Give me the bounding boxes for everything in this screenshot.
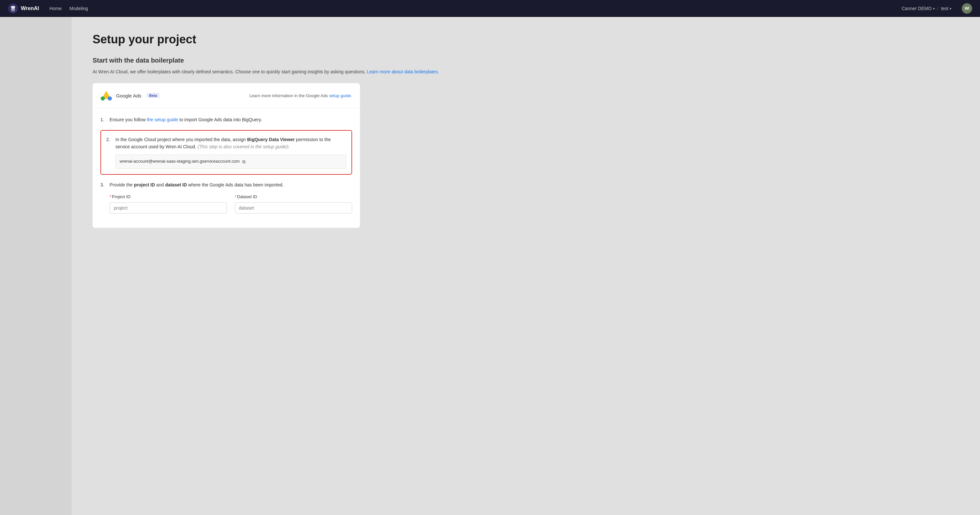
- card-header-right: Learn more information in the Google Ads…: [250, 93, 352, 98]
- step3-text2: and: [156, 182, 164, 188]
- step-2-highlighted: 2. In the Google Cloud project where you…: [100, 130, 352, 175]
- project-id-field: * Project ID: [110, 194, 227, 213]
- svg-point-3: [101, 97, 105, 101]
- step2-bold: BigQuery Data Viewer: [247, 137, 295, 142]
- step3-content: Provide the project ID and dataset ID wh…: [110, 181, 352, 213]
- nav-link-modeling[interactable]: Modeling: [70, 6, 88, 11]
- section-desc: At Wren AI Cloud, we offer boilerplates …: [92, 68, 959, 75]
- card-header-left: Google Ads Beta: [100, 90, 159, 102]
- dataset-id-label-text: Dataset ID: [237, 194, 257, 200]
- header-info-text: Learn more information in the Google Ads: [250, 93, 328, 98]
- dataset-id-required-star: *: [235, 194, 236, 200]
- project-id-label-text: Project ID: [112, 194, 130, 200]
- google-ads-logo-icon: [100, 90, 112, 102]
- user-avatar[interactable]: WI: [962, 3, 972, 14]
- step2-colon: :: [288, 144, 290, 149]
- brand-name: WrenAI: [21, 6, 39, 11]
- section-title: Start with the data boilerplate: [92, 57, 959, 64]
- copy-icon[interactable]: ⧉: [242, 158, 245, 165]
- boilerplate-card: Google Ads Beta Learn more information i…: [92, 83, 360, 228]
- step3-text: Provide the: [110, 182, 133, 188]
- project-id-required-star: *: [110, 194, 111, 200]
- fields-row: * Project ID * Dataset ID: [110, 194, 352, 213]
- step1-text2: to import Google Ads data into BigQuery.: [179, 117, 262, 122]
- brand[interactable]: WrenAI: [8, 3, 39, 14]
- workspace-dropdown[interactable]: Canner DEMO ▾: [902, 6, 935, 11]
- card-body: 1. Ensure you follow the setup guide to …: [92, 108, 360, 228]
- setup-guide-link-header[interactable]: setup guide: [329, 93, 351, 98]
- step3-number: 3.: [100, 181, 107, 213]
- page-title: Setup your project: [92, 33, 959, 46]
- nav-center: Canner DEMO ▾ / test ▾: [902, 6, 951, 11]
- avatar-initials: WI: [965, 6, 970, 11]
- step1-content: Ensure you follow the setup guide to imp…: [110, 116, 352, 123]
- step2-muted: (This step is also covered in the setup …: [197, 144, 288, 149]
- brand-icon: [8, 3, 18, 14]
- dataset-id-field: * Dataset ID: [235, 194, 352, 213]
- step-3: 3. Provide the project ID and dataset ID…: [100, 181, 352, 213]
- step2-content: In the Google Cloud project where you im…: [115, 136, 346, 169]
- step2-number: 2.: [106, 136, 113, 169]
- layout: Setup your project Start with the data b…: [0, 17, 980, 515]
- nav-separator: /: [937, 6, 939, 11]
- dataset-id-label: * Dataset ID: [235, 194, 352, 200]
- dataset-id-input[interactable]: [235, 202, 352, 213]
- product-name: Google Ads: [116, 93, 142, 99]
- project-chevron-icon: ▾: [950, 7, 951, 10]
- nav-links: Home Modeling: [49, 6, 891, 11]
- step1-number: 1.: [100, 116, 107, 123]
- step3-bold2: dataset ID: [165, 182, 187, 188]
- step3-bold1: project ID: [134, 182, 155, 188]
- learn-more-link[interactable]: Learn more about data boilerplates.: [367, 69, 439, 74]
- card-header: Google Ads Beta Learn more information i…: [92, 83, 360, 108]
- section-desc-text: At Wren AI Cloud, we offer boilerplates …: [92, 69, 366, 74]
- workspace-chevron-icon: ▾: [933, 7, 935, 10]
- step2-text: In the Google Cloud project where you im…: [115, 137, 246, 142]
- step3-desc: Provide the project ID and dataset ID wh…: [110, 181, 352, 188]
- sidebar: [0, 17, 72, 515]
- navbar: WrenAI Home Modeling Canner DEMO ▾ / tes…: [0, 0, 980, 17]
- project-dropdown[interactable]: test ▾: [941, 6, 951, 11]
- beta-badge: Beta: [147, 93, 160, 98]
- step1-guide-link[interactable]: the setup guide: [147, 117, 178, 122]
- project-name: test: [941, 6, 948, 11]
- step-1: 1. Ensure you follow the setup guide to …: [100, 116, 352, 123]
- project-id-input[interactable]: [110, 202, 227, 213]
- step1-text: Ensure you follow: [110, 117, 146, 122]
- nav-link-home[interactable]: Home: [49, 6, 62, 11]
- step3-text3: where the Google Ads data has been impor…: [188, 182, 284, 188]
- workspace-name: Canner DEMO: [902, 6, 932, 11]
- service-account-box: wrenai-account@wrenai-saas-staging.iam.g…: [115, 154, 346, 169]
- svg-point-2: [108, 97, 112, 101]
- project-id-label: * Project ID: [110, 194, 227, 200]
- service-account-email: wrenai-account@wrenai-saas-staging.iam.g…: [120, 158, 240, 165]
- main-content: Setup your project Start with the data b…: [72, 17, 980, 515]
